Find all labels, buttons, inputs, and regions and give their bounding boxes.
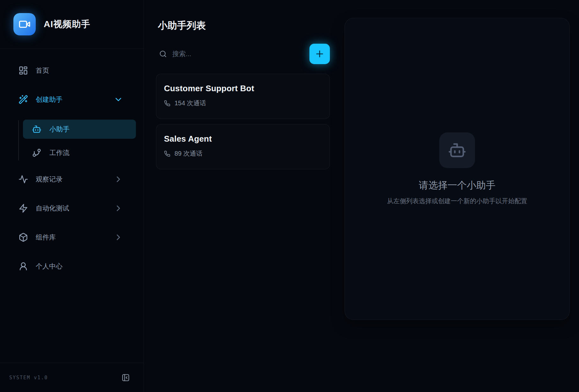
call-count-label: 154 次通话 xyxy=(174,99,206,107)
sidebar-item-observation[interactable]: 观察记录 xyxy=(8,170,136,188)
zap-icon xyxy=(19,203,28,213)
assistant-call-count: 89 次通话 xyxy=(164,149,321,158)
user-icon xyxy=(19,262,28,271)
call-count-label: 89 次通话 xyxy=(174,149,203,158)
page-title: 小助手列表 xyxy=(158,19,330,32)
chevron-down-icon xyxy=(114,95,123,104)
app-window: AI视频助手 首页创建助手小助手工作流观察记录自动化测试组件库个人中心 SYST… xyxy=(0,0,579,392)
assistant-list-panel: 小助手列表 Customer Support Bot154 次通话Sales A… xyxy=(156,18,330,392)
sidebar-item-label: 创建助手 xyxy=(36,95,106,104)
sidebar-footer: SYSTEM v1.0 xyxy=(0,363,144,392)
sidebar-header: AI视频助手 xyxy=(0,0,144,49)
sidebar-item-label: 自动化测试 xyxy=(36,204,106,213)
chevron-right-icon xyxy=(114,203,123,213)
empty-state-subtitle: 从左侧列表选择或创建一个新的小助手以开始配置 xyxy=(387,197,527,205)
video-camera-icon xyxy=(19,18,31,30)
assistant-call-count: 154 次通话 xyxy=(164,99,321,107)
main-content: 小助手列表 Customer Support Bot154 次通话Sales A… xyxy=(144,0,579,392)
sidebar-item-automation[interactable]: 自动化测试 xyxy=(8,199,136,217)
search-input[interactable] xyxy=(172,50,309,58)
app-title: AI视频助手 xyxy=(44,18,90,30)
assistant-card[interactable]: Customer Support Bot154 次通话 xyxy=(156,74,330,119)
bot-icon xyxy=(448,141,466,159)
sidebar-item-create-assistant[interactable]: 创建助手 xyxy=(8,91,136,108)
sidebar-item-label: 组件库 xyxy=(36,233,106,242)
add-assistant-button[interactable] xyxy=(309,44,330,64)
sidebar-item-label: 首页 xyxy=(36,66,123,75)
sidebar-item-home[interactable]: 首页 xyxy=(8,62,136,79)
box-icon xyxy=(19,233,28,242)
sidebar-subitem-label: 工作流 xyxy=(49,148,70,157)
sidebar-item-label: 观察记录 xyxy=(36,175,106,184)
sidebar-item-label: 个人中心 xyxy=(36,262,123,271)
phone-icon xyxy=(164,151,170,157)
workflow-icon xyxy=(32,148,41,158)
phone-icon xyxy=(164,100,170,107)
empty-state-title: 请选择一个小助手 xyxy=(419,179,495,192)
bot-icon xyxy=(32,124,41,134)
sidebar-subitem-assistants[interactable]: 小助手 xyxy=(23,120,136,139)
chevron-right-icon xyxy=(114,233,123,242)
app-logo xyxy=(13,13,36,35)
sidebar-item-profile[interactable]: 个人中心 xyxy=(8,257,136,275)
sidebar-submenu: 小助手工作流 xyxy=(8,120,136,162)
sidebar-collapse-button[interactable] xyxy=(122,374,130,382)
sidebar: AI视频助手 首页创建助手小助手工作流观察记录自动化测试组件库个人中心 SYST… xyxy=(0,0,144,392)
sidebar-item-components[interactable]: 组件库 xyxy=(8,228,136,246)
search-icon xyxy=(159,50,167,58)
plus-icon xyxy=(315,49,325,59)
search-row xyxy=(156,44,330,64)
empty-state-illustration xyxy=(439,132,475,168)
search-box[interactable] xyxy=(156,50,309,58)
assistant-name: Customer Support Bot xyxy=(164,84,321,93)
chevron-right-icon xyxy=(114,174,123,184)
sidebar-nav: 首页创建助手小助手工作流观察记录自动化测试组件库个人中心 xyxy=(0,49,144,363)
dashboard-icon xyxy=(19,66,28,75)
assistant-card-list: Customer Support Bot154 次通话Sales Agent89… xyxy=(156,74,330,169)
panel-collapse-icon xyxy=(122,374,130,382)
sidebar-subitem-label: 小助手 xyxy=(49,125,70,134)
sidebar-subitem-workflow[interactable]: 工作流 xyxy=(23,143,136,162)
system-version: SYSTEM v1.0 xyxy=(9,375,48,381)
detail-panel: 请选择一个小助手 从左侧列表选择或创建一个新的小助手以开始配置 xyxy=(345,18,570,320)
assistant-name: Sales Agent xyxy=(164,134,321,144)
wand-icon xyxy=(19,95,28,104)
activity-icon xyxy=(19,174,28,184)
assistant-card[interactable]: Sales Agent89 次通话 xyxy=(156,124,330,169)
